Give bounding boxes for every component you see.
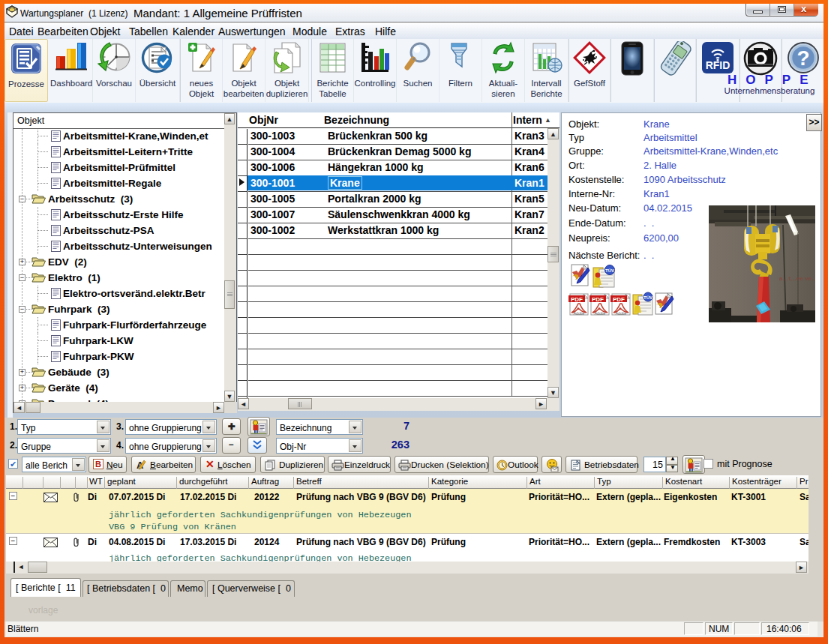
svg-text:Adobe: Adobe xyxy=(595,311,606,316)
svg-text:RFID: RFID xyxy=(706,59,730,71)
svg-text:PDF: PDF xyxy=(613,296,625,303)
svg-text:TÜV: TÜV xyxy=(644,295,652,300)
svg-text:PDF: PDF xyxy=(592,296,604,303)
svg-text:Adobe: Adobe xyxy=(574,311,585,316)
svg-text:a…t…ee ve…d…: a…t…ee ve…d… xyxy=(779,275,815,282)
svg-text:TÜV: TÜV xyxy=(605,268,614,273)
svg-text:Adobe: Adobe xyxy=(616,311,627,316)
svg-text:?: ? xyxy=(796,46,809,70)
svg-text:PDF: PDF xyxy=(571,296,583,303)
